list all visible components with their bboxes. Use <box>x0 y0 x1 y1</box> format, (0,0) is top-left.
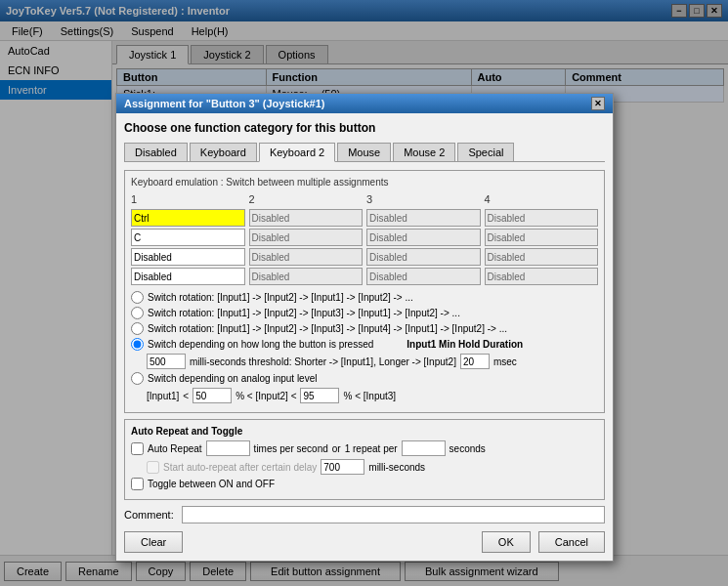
radio-label-1: Switch rotation: [Input1] -> [Input2] ->… <box>148 308 460 318</box>
tab-keyboard2[interactable]: Keyboard 2 <box>259 143 335 162</box>
analog-pct1-label: % < [Input2] < <box>236 391 296 401</box>
cancel-button[interactable]: Cancel <box>538 531 605 553</box>
start-delay-row: Start auto-repeat after certain delay mi… <box>147 459 598 475</box>
radio-option-3: Switch depending on how long the button … <box>131 338 598 351</box>
auto-repeat-row: Auto Repeat times per second or 1 repeat… <box>131 440 598 456</box>
duration-label: Input1 Min Hold Duration <box>407 339 523 350</box>
or-label: or <box>332 443 341 454</box>
tab-special[interactable]: Special <box>457 143 514 161</box>
start-delay-checkbox[interactable] <box>147 461 159 474</box>
radio-3[interactable] <box>131 338 144 351</box>
keyboard-emulation-section: Keyboard emulation : Switch between mult… <box>124 170 605 413</box>
key-input-2-3[interactable] <box>249 268 364 285</box>
ms-threshold-label: milli-seconds threshold: Shorter -> [Inp… <box>190 356 456 367</box>
msec-label: msec <box>493 356 517 367</box>
key-input-3-0[interactable] <box>366 209 481 227</box>
comment-row: Comment: <box>124 506 605 523</box>
radio-option-4: Switch depending on analog input level <box>131 372 598 385</box>
ok-button[interactable]: OK <box>482 531 531 553</box>
radio-option-0: Switch rotation: [Input1] -> [Input2] ->… <box>131 291 598 304</box>
modal-overlay: Assignment for "Button 3" (Joystick#1) ✕… <box>0 0 728 586</box>
analog-row: [Input1] < % < [Input2] < % < [Input3] <box>147 388 598 403</box>
duration-value-input[interactable] <box>460 354 490 369</box>
col-header-1: 1 <box>131 193 245 205</box>
key-input-1-3[interactable] <box>131 268 245 285</box>
auto-repeat-label: Auto Repeat <box>148 443 202 454</box>
radio-option-2: Switch rotation: [Input1] -> [Input2] ->… <box>131 322 598 335</box>
tab-disabled[interactable]: Disabled <box>124 143 188 161</box>
analog-pct2-label: % < [Input3] <box>343 391 396 401</box>
comment-label: Comment: <box>124 509 174 521</box>
function-tabs: Disabled Keyboard Keyboard 2 Mouse Mouse… <box>124 143 605 162</box>
col-header-3: 3 <box>366 193 481 205</box>
key-input-4-0[interactable] <box>485 209 599 227</box>
key-input-2-1[interactable] <box>249 229 364 246</box>
clear-button[interactable]: Clear <box>124 531 183 553</box>
repeat-per-input[interactable] <box>402 440 446 456</box>
key-input-3-3[interactable] <box>366 268 481 285</box>
auto-repeat-title: Auto Repeat and Toggle <box>131 426 598 437</box>
key-input-1-2[interactable] <box>131 248 245 266</box>
radio-2[interactable] <box>131 322 144 335</box>
delay-ms-label: milli-seconds <box>368 462 425 473</box>
key-col-1: 1 <box>131 193 245 285</box>
modal-title-bar: Assignment for "Button 3" (Joystick#1) ✕ <box>116 94 613 113</box>
modal-body: Choose one function category for this bu… <box>116 113 613 561</box>
key-input-3-1[interactable] <box>366 229 481 246</box>
comment-input[interactable] <box>182 506 605 523</box>
key-input-4-1[interactable] <box>485 229 599 246</box>
modal-subtitle: Choose one function category for this bu… <box>124 121 605 135</box>
radio-1[interactable] <box>131 307 144 319</box>
tab-keyboard[interactable]: Keyboard <box>190 143 257 161</box>
modal-title-text: Assignment for "Button 3" (Joystick#1) <box>124 98 324 109</box>
assignment-modal: Assignment for "Button 3" (Joystick#1) ✕… <box>115 93 614 562</box>
key-input-3-2[interactable] <box>366 248 481 266</box>
delay-value-input[interactable] <box>321 459 364 475</box>
seconds-label: seconds <box>450 443 486 454</box>
analog-pct2-input[interactable] <box>300 388 339 403</box>
key-grid: 1 2 3 <box>131 193 598 285</box>
key-input-1-1[interactable] <box>131 229 245 246</box>
section-label: Keyboard emulation : Switch between mult… <box>131 177 598 188</box>
key-input-4-2[interactable] <box>485 248 599 266</box>
repeat-label: 1 repeat per <box>345 443 398 454</box>
times-per-second-label: times per second <box>254 443 328 454</box>
modal-buttons: Clear OK Cancel <box>124 531 605 553</box>
key-input-2-0[interactable] <box>249 209 364 227</box>
analog-input1: [Input1] <box>147 391 179 401</box>
analog-pct1-input[interactable] <box>193 388 232 403</box>
col-header-4: 4 <box>485 193 599 205</box>
radio-label-0: Switch rotation: [Input1] -> [Input2] ->… <box>148 292 413 303</box>
start-delay-label: Start auto-repeat after certain delay <box>163 462 317 473</box>
radio-label-3: Switch depending on how long the button … <box>148 339 373 350</box>
radio-4[interactable] <box>131 372 144 385</box>
key-col-4: 4 <box>485 193 599 285</box>
modal-close-btn[interactable]: ✕ <box>591 97 605 110</box>
times-per-second-input[interactable] <box>206 440 250 456</box>
auto-repeat-checkbox[interactable] <box>131 442 144 455</box>
switch-threshold-row: milli-seconds threshold: Shorter -> [Inp… <box>147 354 598 369</box>
toggle-label: Toggle between ON and OFF <box>148 479 275 489</box>
radio-0[interactable] <box>131 291 144 304</box>
analog-lt1: < <box>183 391 189 401</box>
ms-threshold-input[interactable] <box>147 354 186 369</box>
tab-mouse2[interactable]: Mouse 2 <box>393 143 455 161</box>
key-input-4-3[interactable] <box>485 268 599 285</box>
key-input-2-2[interactable] <box>249 248 364 266</box>
toggle-checkbox[interactable] <box>131 478 144 490</box>
radio-label-4: Switch depending on analog input level <box>148 373 317 384</box>
auto-repeat-section: Auto Repeat and Toggle Auto Repeat times… <box>124 419 605 500</box>
key-input-1-0[interactable] <box>131 209 245 227</box>
key-col-2: 2 <box>249 193 364 285</box>
radio-option-1: Switch rotation: [Input1] -> [Input2] ->… <box>131 307 598 319</box>
tab-mouse[interactable]: Mouse <box>337 143 391 161</box>
ok-cancel-group: OK Cancel <box>482 531 605 553</box>
col-header-2: 2 <box>249 193 364 205</box>
radio-label-2: Switch rotation: [Input1] -> [Input2] ->… <box>148 323 507 334</box>
toggle-row: Toggle between ON and OFF <box>131 478 598 490</box>
key-col-3: 3 <box>366 193 481 285</box>
